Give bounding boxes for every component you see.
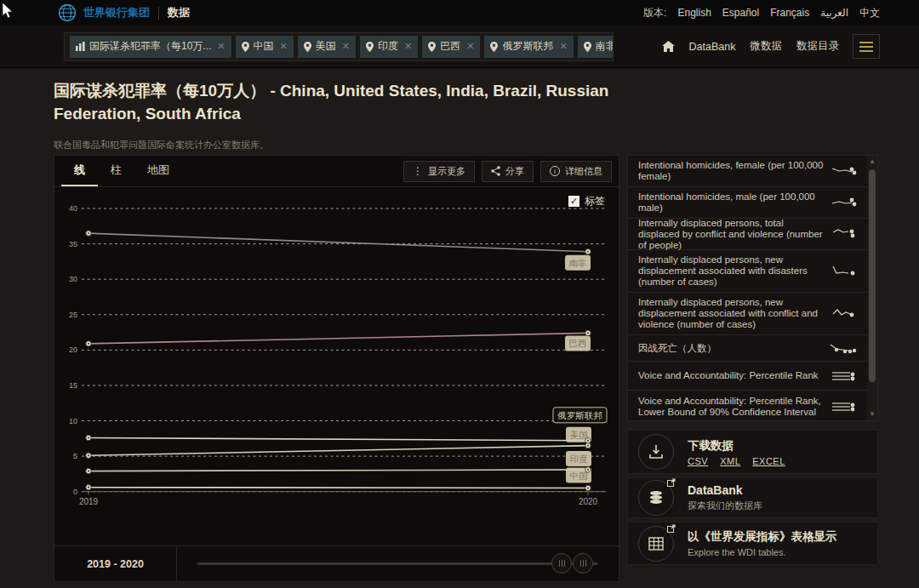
chip-label: 南非 xyxy=(596,39,614,54)
lang-francais[interactable]: Français xyxy=(770,7,809,19)
chip-close-icon[interactable]: ✕ xyxy=(559,41,567,52)
scroll-down-icon[interactable]: ▼ xyxy=(867,408,877,420)
lang-english[interactable]: English xyxy=(677,7,711,19)
labels-checkbox-label: 标签 xyxy=(585,194,605,208)
country-chip-russia[interactable]: 俄罗斯联邦 ✕ xyxy=(484,36,573,58)
globe-icon xyxy=(58,3,77,22)
show-more-button[interactable]: ⋮ 显示更多 xyxy=(403,161,475,182)
svg-text:0: 0 xyxy=(73,488,77,496)
pin-icon xyxy=(428,42,436,52)
tab-bar[interactable]: 柱 xyxy=(98,156,134,186)
worldbank-logo[interactable]: 世界银行集团 xyxy=(58,3,150,22)
indicator-label: Internally displaced persons, new displa… xyxy=(638,297,825,330)
pin-icon xyxy=(490,42,498,52)
indicator-chip[interactable]: 国际谋杀犯罪率（每10万... ✕ xyxy=(70,36,231,58)
search-input[interactable]: 国际谋杀犯罪率（每10万... ✕ 中国 ✕ 美国 ✕ 印度 ✕ 巴西 xyxy=(64,32,614,61)
country-chip-southafrica[interactable]: 南非 ✕ xyxy=(578,36,614,58)
secondary-nav: DataBank 微数据 数据目录 xyxy=(662,39,839,54)
scroll-up-icon[interactable]: ▲ xyxy=(867,156,877,168)
scrollbar-thumb[interactable] xyxy=(869,169,876,382)
list-item[interactable]: Internally displaced persons, new displa… xyxy=(628,250,877,293)
related-indicators-list: Intentional homicides, female (per 100,0… xyxy=(627,155,878,421)
tab-line[interactable]: 线 xyxy=(61,156,98,186)
country-chip-china[interactable]: 中国 ✕ xyxy=(236,36,294,58)
tab-map[interactable]: 地图 xyxy=(134,156,182,186)
timeline-slider[interactable] xyxy=(197,562,598,565)
sparkline-icon xyxy=(831,227,857,241)
chart-type-tabs: 线 柱 地图 ⋮ 显示更多 分享 i 详细信息 xyxy=(54,156,619,187)
list-scrollbar[interactable]: ▲ ▼ xyxy=(867,156,877,420)
list-item[interactable]: Intentional homicides, female (per 100,0… xyxy=(628,156,877,187)
lang-espanol[interactable]: Español xyxy=(722,7,759,19)
csv-link[interactable]: CSV xyxy=(688,456,708,466)
chip-close-icon[interactable]: ✕ xyxy=(342,41,350,52)
list-item[interactable]: Voice and Accountability: Percentile Ran… xyxy=(628,391,877,421)
svg-text:中国: 中国 xyxy=(570,471,588,481)
labels-checkbox[interactable]: ✓ 标签 xyxy=(568,194,605,208)
indicator-label: Voice and Accountability: Percentile Ran… xyxy=(638,396,825,418)
databank-title[interactable]: DataBank xyxy=(688,483,762,497)
svg-text:2020: 2020 xyxy=(579,497,598,506)
svg-text:南非: 南非 xyxy=(569,258,587,268)
chip-close-icon[interactable]: ✕ xyxy=(217,41,225,52)
slider-handle-end[interactable] xyxy=(573,553,593,574)
nav-data-catalog[interactable]: 数据目录 xyxy=(796,39,839,54)
list-item[interactable]: Internally displaced persons, new displa… xyxy=(628,293,877,335)
database-icon xyxy=(638,480,674,516)
list-item[interactable]: Intentional homicides, male (per 100,000… xyxy=(628,187,877,219)
nav-databank[interactable]: DataBank xyxy=(689,41,736,53)
external-link-icon xyxy=(667,524,676,533)
share-button[interactable]: 分享 xyxy=(482,161,534,182)
checkbox-checked-icon[interactable]: ✓ xyxy=(568,196,579,207)
svg-text:美国: 美国 xyxy=(570,430,588,440)
wdi-title[interactable]: 以《世界发展指标》表格显示 xyxy=(688,529,837,545)
menu-icon[interactable] xyxy=(853,34,880,59)
excel-link[interactable]: EXCEL xyxy=(752,456,785,466)
list-item[interactable]: 因战死亡（人数） xyxy=(628,335,877,362)
databank-card[interactable]: DataBank 探索我们的数据库 xyxy=(627,477,878,518)
chip-close-icon[interactable]: ✕ xyxy=(404,41,412,52)
chip-label: 中国 xyxy=(254,39,274,54)
top-header: 世界银行集团 数据 版本: English Español Français ا… xyxy=(0,0,919,26)
country-chip-usa[interactable]: 美国 ✕ xyxy=(298,36,356,58)
svg-text:印度: 印度 xyxy=(570,454,589,464)
indicator-label: 因战死亡（人数） xyxy=(638,343,823,354)
chip-close-icon[interactable]: ✕ xyxy=(280,41,288,52)
home-icon[interactable] xyxy=(662,41,675,52)
download-card: 下载数据 CSV XML EXCEL xyxy=(627,430,878,474)
slider-handle-start[interactable] xyxy=(551,553,572,574)
svg-text:5: 5 xyxy=(73,452,77,460)
svg-text:15: 15 xyxy=(69,381,77,390)
sparkline-icon xyxy=(831,196,857,209)
wdi-card[interactable]: 以《世界发展指标》表格显示 Explore the WDI tables. xyxy=(627,522,878,565)
wdi-subtitle: Explore the WDI tables. xyxy=(688,547,837,557)
show-more-label: 显示更多 xyxy=(428,165,465,178)
language-switcher: 版本: English Español Français العربية 中文 xyxy=(643,6,880,20)
chip-label: 俄罗斯联邦 xyxy=(502,39,553,54)
share-icon xyxy=(491,166,500,176)
source-note: 联合国毒品和犯罪问题国际命案统计办公室数据库。 xyxy=(54,139,269,151)
sparkline-icon xyxy=(831,369,857,383)
table-icon xyxy=(638,526,674,562)
info-icon: i xyxy=(550,166,560,176)
country-chip-brazil[interactable]: 巴西 ✕ xyxy=(422,36,480,58)
indicator-label: Intentional homicides, female (per 100,0… xyxy=(638,160,825,182)
page-title-zh: 国际谋杀犯罪率（每10万人） xyxy=(54,82,265,100)
nav-microdata[interactable]: 微数据 xyxy=(751,39,783,54)
line-chart[interactable]: 051015202530354020192020南非巴西俄罗斯联邦美国印度中国 xyxy=(65,197,614,518)
chip-label: 巴西 xyxy=(440,39,460,54)
chart-panel: 线 柱 地图 ⋮ 显示更多 分享 i 详细信息 xyxy=(54,155,619,582)
chip-close-icon[interactable]: ✕ xyxy=(466,41,474,52)
svg-text:俄罗斯联邦: 俄罗斯联邦 xyxy=(557,410,602,420)
details-button[interactable]: i 详细信息 xyxy=(540,161,612,182)
sparkline-icon xyxy=(831,400,857,414)
lang-chinese[interactable]: 中文 xyxy=(859,6,880,20)
lang-arabic[interactable]: العربية xyxy=(820,7,848,19)
country-chip-india[interactable]: 印度 ✕ xyxy=(360,36,418,58)
xml-link[interactable]: XML xyxy=(720,456,740,466)
list-item[interactable]: Voice and Accountability: Percentile Ran… xyxy=(628,362,877,391)
svg-text:30: 30 xyxy=(69,275,77,283)
list-item[interactable]: Internally displaced persons, total disp… xyxy=(628,219,877,250)
data-home-link[interactable]: 数据 xyxy=(168,5,190,20)
year-range-label: 2019 - 2020 xyxy=(54,546,177,581)
